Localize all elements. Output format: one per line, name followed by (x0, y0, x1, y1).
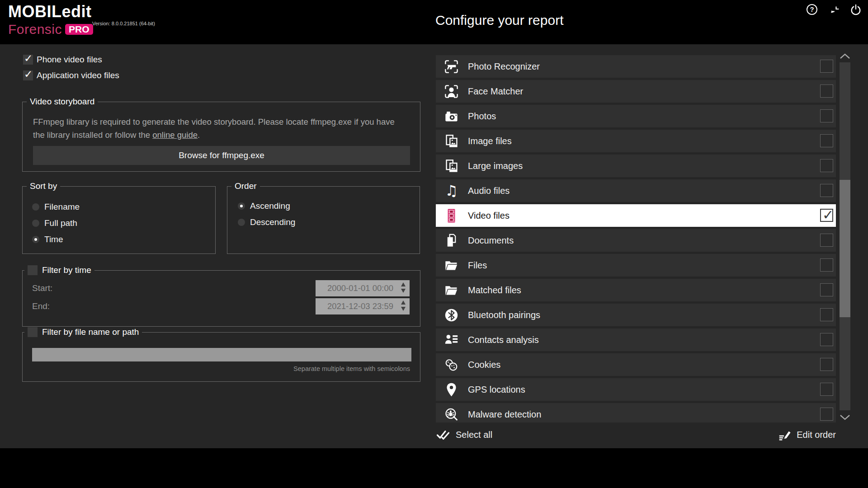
scroll-up-button[interactable] (839, 52, 851, 60)
report-item-files[interactable]: Files ✓ (436, 254, 836, 277)
phone-video-files-option[interactable]: ✓ Phone video files (23, 55, 102, 65)
order-descending-option[interactable]: Descending (238, 217, 420, 227)
order-ascending-radio[interactable] (238, 202, 245, 210)
report-item-checkbox[interactable]: ✓ (820, 308, 833, 321)
folder-icon (443, 282, 459, 298)
spinner-up-icon[interactable] (401, 300, 406, 305)
report-item-label: Video files (468, 211, 509, 221)
report-item-audio-files[interactable]: ♫ Audio files ✓ (436, 179, 836, 202)
photo-recognizer-icon (443, 59, 459, 75)
end-label: End: (32, 301, 50, 311)
filter-by-time-legend: Filter by time (42, 265, 91, 276)
music-note-icon: ♫ (443, 183, 459, 199)
report-item-image-files[interactable]: Image files ✓ (436, 130, 836, 152)
report-item-checkbox[interactable]: ✓ (820, 383, 833, 396)
end-datetime-spinner[interactable]: 2021-12-03 23:59 (316, 298, 410, 314)
app-logo: MOBILedit Forensic PRO (8, 4, 93, 36)
ffmpeg-text: FFmpeg library is required to generate t… (33, 117, 395, 140)
map-pin-icon (443, 382, 459, 398)
svg-text:?: ? (810, 5, 814, 13)
report-item-label: Documents (468, 235, 514, 246)
report-item-photos[interactable]: Photos ✓ (436, 105, 836, 127)
application-video-files-option[interactable]: ✓ Application video files (23, 70, 119, 80)
checkmark-icon: ✓ (24, 52, 33, 64)
report-item-checkbox[interactable]: ✓ (820, 234, 833, 247)
report-item-label: Matched files (468, 285, 521, 296)
edit-order-button[interactable]: Edit order (778, 428, 836, 441)
report-item-checkbox[interactable]: ✓ (820, 60, 833, 73)
filter-by-name-checkbox[interactable]: ✓ (28, 327, 38, 337)
sort-fullpath-radio[interactable] (32, 220, 39, 227)
face-matcher-icon (443, 84, 459, 99)
report-item-checkbox[interactable]: ✓ (820, 408, 833, 421)
ffmpeg-text-end: . (198, 130, 200, 140)
scrollbar-thumb[interactable] (840, 180, 850, 317)
filename-filter-input[interactable] (32, 348, 411, 361)
help-icon[interactable]: ? (806, 4, 818, 15)
report-item-documents[interactable]: Documents ✓ (436, 229, 836, 252)
sort-time-radio[interactable] (32, 236, 39, 243)
order-descending-radio[interactable] (238, 219, 245, 226)
report-item-face-matcher[interactable]: Face Matcher ✓ (436, 80, 836, 103)
scroll-down-button[interactable] (839, 414, 851, 421)
start-datetime-spinner[interactable]: 2000-01-01 00:00 (316, 280, 410, 296)
report-item-bluetooth-pairings[interactable]: Bluetooth pairings ✓ (436, 304, 836, 326)
list-actions-bar: Select all Edit order (436, 424, 836, 446)
report-item-label: Contacts analysis (468, 335, 539, 345)
select-all-button[interactable]: Select all (436, 427, 492, 442)
cookies-icon (443, 357, 459, 373)
report-item-label: Image files (468, 136, 512, 146)
sort-filename-option[interactable]: Filename (32, 202, 215, 212)
report-item-checkbox[interactable]: ✓ (820, 283, 833, 296)
report-item-checkbox[interactable]: ✓ (820, 134, 833, 147)
spinner-up-icon[interactable] (401, 282, 406, 286)
power-icon[interactable] (850, 4, 862, 15)
sort-by-group: Sort by Filename Full path Time (22, 186, 216, 254)
order-ascending-option[interactable]: Ascending (238, 201, 420, 211)
report-item-checkbox[interactable]: ✓ (820, 209, 833, 222)
spinner-down-icon[interactable] (401, 307, 406, 311)
filter-by-time-checkbox[interactable]: ✓ (28, 265, 38, 275)
report-item-large-images[interactable]: Large images ✓ (436, 155, 836, 177)
filter-by-name-legend: Filter by file name or path (42, 327, 139, 338)
start-label: Start: (32, 283, 52, 293)
phone-video-files-checkbox[interactable]: ✓ (23, 55, 33, 65)
sort-time-label: Time (44, 235, 63, 244)
double-check-icon (436, 427, 450, 442)
report-item-gps-locations[interactable]: GPS locations ✓ (436, 378, 836, 401)
report-item-checkbox[interactable]: ✓ (820, 109, 833, 122)
report-item-checkbox[interactable]: ✓ (820, 258, 833, 272)
checkmark-icon: ✓ (822, 207, 834, 223)
report-item-checkbox[interactable]: ✓ (820, 358, 833, 371)
report-item-label: Files (468, 260, 487, 271)
report-item-matched-files[interactable]: Matched files ✓ (436, 279, 836, 301)
report-item-contacts-analysis[interactable]: Contacts analysis ✓ (436, 328, 836, 351)
sort-fullpath-label: Full path (44, 218, 77, 228)
image-files-icon (443, 133, 459, 149)
logo-pro-badge: PRO (65, 24, 93, 35)
end-datetime-value: 2021-12-03 23:59 (327, 301, 393, 311)
bluetooth-icon (443, 307, 459, 323)
sort-time-option[interactable]: Time (32, 235, 215, 244)
scrollbar-track[interactable] (840, 62, 850, 410)
report-item-checkbox[interactable]: ✓ (820, 84, 833, 98)
collapse-icon[interactable] (829, 5, 840, 16)
report-item-checkbox[interactable]: ✓ (820, 184, 833, 197)
report-item-label: Large images (468, 161, 523, 171)
spinner-down-icon[interactable] (401, 289, 406, 293)
report-item-checkbox[interactable]: ✓ (820, 333, 833, 346)
start-datetime-value: 2000-01-01 00:00 (327, 283, 393, 293)
sort-filename-radio[interactable] (32, 203, 39, 211)
order-ascending-label: Ascending (250, 201, 290, 211)
report-item-cookies[interactable]: Cookies ✓ (436, 353, 836, 376)
report-item-checkbox[interactable]: ✓ (820, 159, 833, 172)
online-guide-link[interactable]: online guide (152, 130, 198, 140)
browse-ffmpeg-button[interactable]: Browse for ffmpeg.exe (33, 146, 410, 165)
report-item-video-files[interactable]: Video files ✓ (436, 204, 836, 227)
report-item-malware-detection[interactable]: Malware detection ✓ (436, 403, 836, 422)
order-group: Order Ascending Descending (227, 186, 420, 254)
sort-fullpath-option[interactable]: Full path (32, 218, 215, 228)
video-storyboard-legend: Video storyboard (27, 96, 98, 107)
application-video-files-checkbox[interactable]: ✓ (23, 70, 33, 80)
report-item-photo-recognizer[interactable]: Photo Recognizer ✓ (436, 55, 836, 78)
